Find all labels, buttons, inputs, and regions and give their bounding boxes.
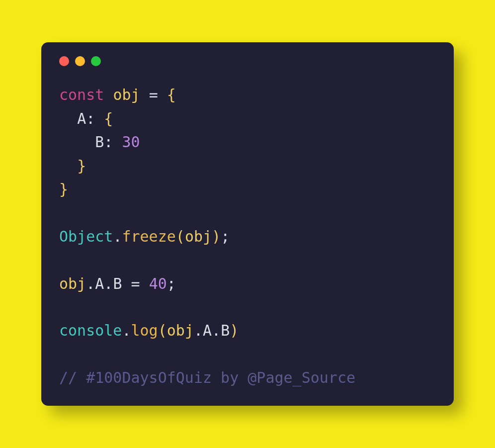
token-var-obj: obj <box>113 86 140 103</box>
token-colon: : <box>86 110 95 127</box>
token-keyword-const: const <box>59 86 104 103</box>
token-dot: . <box>194 322 203 339</box>
token-prop-a: A <box>203 322 212 339</box>
token-brace-open: { <box>167 86 176 103</box>
token-class-object: Object <box>59 228 113 245</box>
token-number-40: 40 <box>149 275 167 292</box>
token-eq: = <box>131 275 140 292</box>
token-colon: : <box>104 133 113 151</box>
token-paren-close: ) <box>212 228 221 245</box>
token-prop-a: A <box>77 110 86 127</box>
token-prop-a: A <box>95 275 104 292</box>
token-comment: // #100DaysOfQuiz by @Page_Source <box>59 369 355 386</box>
token-arg-obj: obj <box>185 228 212 245</box>
token-semi: ; <box>221 228 230 245</box>
token-prop-b: B <box>221 322 230 339</box>
token-method-log: log <box>131 322 158 339</box>
token-number-30: 30 <box>122 133 140 151</box>
token-paren-close: ) <box>230 322 239 339</box>
token-brace-close: } <box>59 180 68 198</box>
token-brace-open: { <box>104 110 113 127</box>
token-paren-open: ( <box>158 322 167 339</box>
code-block: const obj = { A: { B: 30 } } Object.free… <box>59 83 436 389</box>
token-prop-b: B <box>113 275 122 292</box>
token-dot: . <box>212 322 221 339</box>
token-indent <box>59 110 77 127</box>
close-icon[interactable] <box>59 56 69 66</box>
zoom-icon[interactable] <box>91 56 101 66</box>
window-traffic-lights <box>59 56 436 66</box>
token-brace-close: } <box>77 157 86 175</box>
token-dot: . <box>113 228 122 245</box>
token-paren-open: ( <box>176 228 185 245</box>
token-var-obj: obj <box>59 275 86 292</box>
token-method-freeze: freeze <box>122 228 175 245</box>
token-dot: . <box>86 275 95 292</box>
minimize-icon[interactable] <box>75 56 85 66</box>
token-eq: = <box>149 86 158 103</box>
token-class-console: console <box>59 322 122 339</box>
code-window: const obj = { A: { B: 30 } } Object.free… <box>41 42 454 405</box>
token-semi: ; <box>167 275 176 292</box>
token-dot: . <box>104 275 113 292</box>
token-indent <box>59 133 95 151</box>
token-dot: . <box>122 322 131 339</box>
token-arg-obj: obj <box>167 322 194 339</box>
token-indent <box>59 157 77 175</box>
token-prop-b: B <box>95 133 104 151</box>
